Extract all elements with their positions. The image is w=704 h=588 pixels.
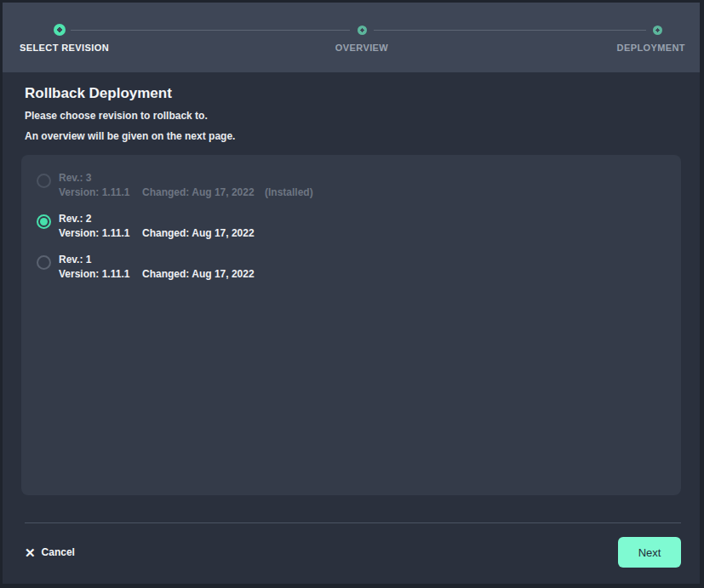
dialog-content: Rollback Deployment Please choose revisi… [3, 72, 700, 584]
revision-list-panel: Rev.: 3 Version: 1.11.1Changed: Aug 17, … [21, 155, 681, 495]
close-icon: ✕ [25, 546, 36, 559]
footer-divider [25, 522, 681, 523]
page-title: Rollback Deployment [25, 84, 681, 102]
revision-label: Rev.: 3 [59, 171, 313, 186]
revision-changed: Changed: Aug 17, 2022 [142, 267, 265, 282]
revision-installed-badge: (Installed) [265, 186, 313, 198]
stepper-connector-line [71, 30, 350, 31]
subtitle-overview-note: An overview will be given on the next pa… [25, 130, 681, 142]
revision-row-1[interactable]: Rev.: 1 Version: 1.11.1Changed: Aug 17, … [37, 253, 666, 282]
revision-changed: Changed: Aug 17, 2022 [142, 226, 265, 241]
radio-button-unchecked-icon[interactable] [37, 255, 51, 270]
cancel-label: Cancel [42, 546, 75, 558]
revision-changed: Changed: Aug 17, 2022 [142, 186, 265, 200]
stepper-connector-line [374, 30, 646, 31]
revision-version: Version: 1.11.1 [59, 186, 142, 200]
step-dot-icon [54, 24, 66, 36]
revision-version: Version: 1.11.1 [59, 267, 142, 282]
revision-label: Rev.: 2 [59, 212, 265, 226]
step-label-deployment: DEPLOYMENT [617, 43, 685, 53]
revision-row-2[interactable]: Rev.: 2 Version: 1.11.1Changed: Aug 17, … [37, 212, 666, 241]
cancel-button[interactable]: ✕ Cancel [25, 546, 75, 559]
radio-button-unchecked-icon [37, 174, 51, 188]
dialog-footer: ✕ Cancel Next [21, 537, 681, 568]
revision-row-3: Rev.: 3 Version: 1.11.1Changed: Aug 17, … [37, 171, 666, 200]
radio-button-checked-icon[interactable] [37, 214, 51, 229]
subtitle-choose-revision: Please choose revision to rollback to. [25, 110, 681, 122]
step-label-select-revision: SELECT REVISION [20, 43, 109, 53]
stepper: SELECT REVISION OVERVIEW DEPLOYMENT [3, 3, 700, 72]
step-label-overview: OVERVIEW [335, 43, 388, 53]
next-button[interactable]: Next [618, 537, 681, 568]
step-dot-icon [653, 26, 662, 35]
rollback-dialog: SELECT REVISION OVERVIEW DEPLOYMENT Roll… [3, 3, 700, 584]
step-dot-icon [358, 26, 367, 35]
revision-label: Rev.: 1 [59, 253, 265, 267]
revision-version: Version: 1.11.1 [59, 226, 142, 241]
